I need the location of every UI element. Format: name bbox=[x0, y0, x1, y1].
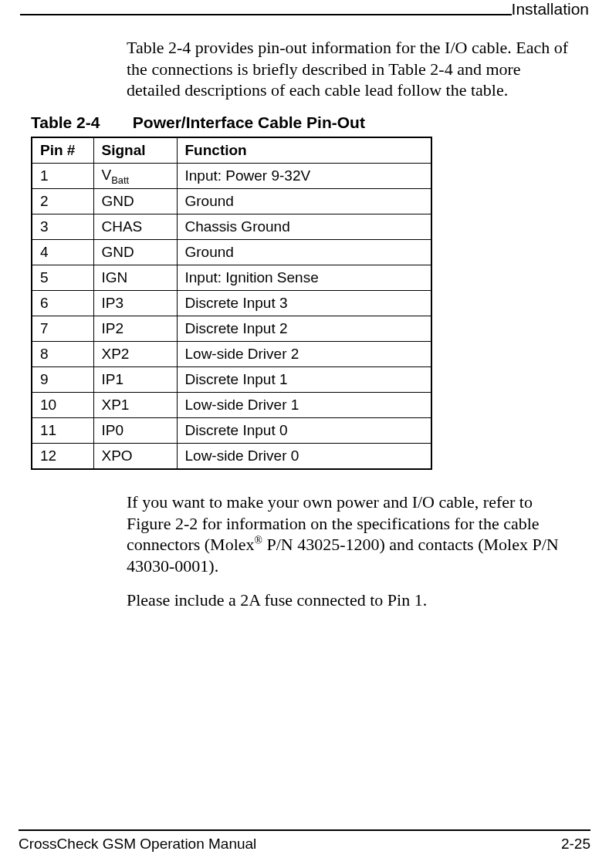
cell-function: Ground bbox=[177, 240, 431, 265]
cell-signal: GND bbox=[93, 240, 177, 265]
cell-pin: 3 bbox=[32, 214, 93, 240]
cell-pin: 12 bbox=[32, 444, 93, 470]
cell-signal: CHAS bbox=[93, 214, 177, 240]
cell-signal: XPO bbox=[93, 444, 177, 470]
cell-pin: 4 bbox=[32, 240, 93, 265]
table-row: 9IP1Discrete Input 1 bbox=[32, 367, 431, 393]
signal-subscript: Batt bbox=[111, 174, 129, 185]
footer-left: CrossCheck GSM Operation Manual bbox=[19, 836, 256, 853]
cell-function: Ground bbox=[177, 189, 431, 214]
footer-right: 2-25 bbox=[561, 836, 590, 853]
table-row: 5IGNInput: Ignition Sense bbox=[32, 265, 431, 291]
cell-signal: XP1 bbox=[93, 393, 177, 418]
page-footer: CrossCheck GSM Operation Manual 2-25 bbox=[19, 829, 590, 853]
table-title: Power/Interface Cable Pin-Out bbox=[133, 113, 365, 131]
pinout-table: Pin # Signal Function 1VBattInput: Power… bbox=[31, 137, 432, 471]
cell-function: Discrete Input 1 bbox=[177, 367, 431, 393]
fuse-note-paragraph: Please include a 2A fuse connected to Pi… bbox=[127, 589, 578, 611]
cell-pin: 7 bbox=[32, 316, 93, 342]
table-row: 10XP1Low-side Driver 1 bbox=[32, 393, 431, 418]
cell-function: Input: Power 9-32V bbox=[177, 163, 431, 189]
cell-function: Discrete Input 2 bbox=[177, 316, 431, 342]
page: Installation Table 2-4 provides pin-out … bbox=[0, 0, 609, 868]
cell-function: Low-side Driver 2 bbox=[177, 342, 431, 367]
intro-paragraph: Table 2-4 provides pin-out information f… bbox=[127, 37, 578, 101]
cell-pin: 2 bbox=[32, 189, 93, 214]
col-header-pin: Pin # bbox=[32, 137, 93, 164]
cell-signal: XP2 bbox=[93, 342, 177, 367]
table-row: 4GNDGround bbox=[32, 240, 431, 265]
table-caption: Table 2-4 Power/Interface Cable Pin-Out bbox=[31, 113, 578, 132]
col-header-function: Function bbox=[177, 137, 431, 164]
cell-signal: IP3 bbox=[93, 291, 177, 316]
table-row: 3CHASChassis Ground bbox=[32, 214, 431, 240]
table-row: 6IP3Discrete Input 3 bbox=[32, 291, 431, 316]
registered-mark: ® bbox=[255, 535, 262, 546]
cell-signal: IP0 bbox=[93, 418, 177, 444]
cell-pin: 11 bbox=[32, 418, 93, 444]
table-row: 8XP2Low-side Driver 2 bbox=[32, 342, 431, 367]
cell-function: Input: Ignition Sense bbox=[177, 265, 431, 291]
table-row: 11IP0Discrete Input 0 bbox=[32, 418, 431, 444]
section-header: Installation bbox=[512, 0, 589, 20]
table-row: 12XPOLow-side Driver 0 bbox=[32, 444, 431, 470]
cell-signal: IGN bbox=[93, 265, 177, 291]
cell-pin: 6 bbox=[32, 291, 93, 316]
table-number: Table 2-4 bbox=[31, 113, 128, 132]
cell-function: Chassis Ground bbox=[177, 214, 431, 240]
connector-spec-paragraph: If you want to make your own power and I… bbox=[127, 491, 578, 576]
table-row: 1VBattInput: Power 9-32V bbox=[32, 163, 431, 189]
cell-signal: GND bbox=[93, 189, 177, 214]
cell-pin: 9 bbox=[32, 367, 93, 393]
cell-pin: 10 bbox=[32, 393, 93, 418]
cell-signal: IP2 bbox=[93, 316, 177, 342]
cell-pin: 8 bbox=[32, 342, 93, 367]
cell-signal: VBatt bbox=[93, 163, 177, 189]
cell-function: Low-side Driver 0 bbox=[177, 444, 431, 470]
table-row: 7IP2Discrete Input 2 bbox=[32, 316, 431, 342]
cell-signal: IP1 bbox=[93, 367, 177, 393]
cell-function: Discrete Input 0 bbox=[177, 418, 431, 444]
table-row: 2GNDGround bbox=[32, 189, 431, 214]
cell-pin: 5 bbox=[32, 265, 93, 291]
cell-function: Low-side Driver 1 bbox=[177, 393, 431, 418]
header-rule bbox=[20, 14, 589, 15]
table-header-row: Pin # Signal Function bbox=[32, 137, 431, 164]
cell-function: Discrete Input 3 bbox=[177, 291, 431, 316]
col-header-signal: Signal bbox=[93, 137, 177, 164]
cell-pin: 1 bbox=[32, 163, 93, 189]
